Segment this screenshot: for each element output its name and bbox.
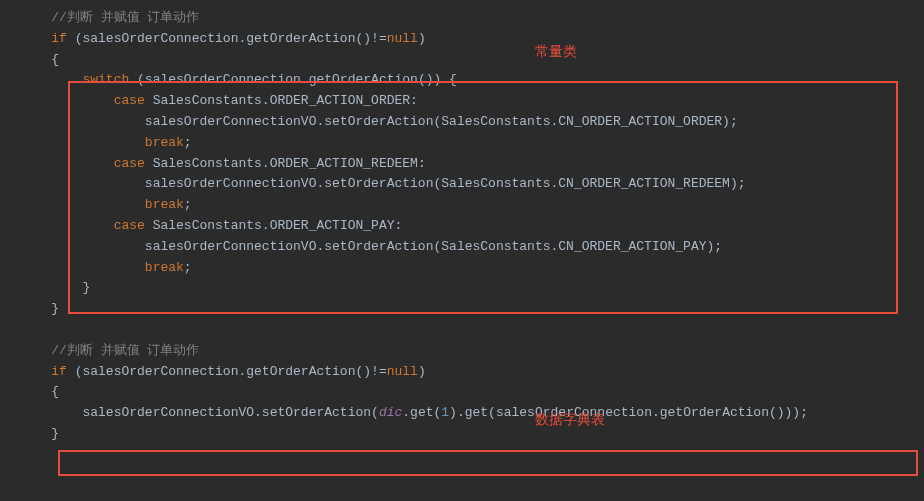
code-line: //判断 并赋值 订单动作 (0, 8, 924, 29)
annotation-constants-class: 常量类 (535, 40, 577, 62)
brace: { (51, 384, 59, 399)
code-text: salesOrderConnectionVO.setOrderAction(Sa… (145, 176, 746, 191)
code-text: ) (418, 31, 426, 46)
code-line: salesOrderConnectionVO.setOrderAction(Sa… (0, 174, 924, 195)
code-line: salesOrderConnectionVO.setOrderAction(Sa… (0, 237, 924, 258)
variable-dic: dic (379, 405, 402, 420)
keyword-null: null (387, 364, 418, 379)
code-line: salesOrderConnectionVO.setOrderAction(Sa… (0, 112, 924, 133)
number-literal: 1 (441, 405, 449, 420)
comment-text: //判断 并赋值 订单动作 (51, 10, 199, 25)
code-text: SalesConstants.ORDER_ACTION_PAY: (145, 218, 402, 233)
brace: { (51, 52, 59, 67)
code-line: if (salesOrderConnection.getOrderAction(… (0, 362, 924, 383)
code-editor-view: 常量类 数据字典表 //判断 并赋值 订单动作 if (salesOrderCo… (0, 8, 924, 501)
code-line: { (0, 382, 924, 403)
keyword-if: if (51, 364, 67, 379)
code-line: salesOrderConnectionVO.setOrderAction(di… (0, 403, 924, 424)
code-line: } (0, 278, 924, 299)
code-text: salesOrderConnectionVO.setOrderAction(Sa… (145, 114, 738, 129)
keyword-case: case (114, 93, 145, 108)
code-text: ; (184, 197, 192, 212)
brace: } (82, 280, 90, 295)
code-text: .get( (402, 405, 441, 420)
code-text: SalesConstants.ORDER_ACTION_ORDER: (145, 93, 418, 108)
code-text: ; (184, 135, 192, 150)
annotation-data-dictionary: 数据字典表 (535, 408, 605, 430)
code-line: break; (0, 133, 924, 154)
keyword-break: break (145, 135, 184, 150)
brace: } (51, 426, 59, 441)
code-line: if (salesOrderConnection.getOrderAction(… (0, 29, 924, 50)
code-text: (salesOrderConnection.getOrderAction()!= (67, 31, 387, 46)
code-text: (salesOrderConnection.getOrderAction()!= (67, 364, 387, 379)
code-line: case SalesConstants.ORDER_ACTION_PAY: (0, 216, 924, 237)
code-text: SalesConstants.ORDER_ACTION_REDEEM: (145, 156, 426, 171)
brace: } (51, 301, 59, 316)
comment-text: //判断 并赋值 订单动作 (51, 343, 199, 358)
code-line: switch (salesOrderConnection.getOrderAct… (0, 70, 924, 91)
code-line: //判断 并赋值 订单动作 (0, 341, 924, 362)
keyword-if: if (51, 31, 67, 46)
code-line: { (0, 50, 924, 71)
keyword-case: case (114, 156, 145, 171)
keyword-break: break (145, 197, 184, 212)
keyword-break: break (145, 260, 184, 275)
code-line: case SalesConstants.ORDER_ACTION_REDEEM: (0, 154, 924, 175)
code-text: salesOrderConnectionVO.setOrderAction(Sa… (145, 239, 722, 254)
code-line: } (0, 299, 924, 320)
keyword-null: null (387, 31, 418, 46)
code-line: break; (0, 258, 924, 279)
code-line: } (0, 424, 924, 445)
code-text: (salesOrderConnection.getOrderAction()) … (129, 72, 457, 87)
code-line: break; (0, 195, 924, 216)
highlight-box-dic-line (58, 450, 918, 476)
keyword-switch: switch (82, 72, 129, 87)
keyword-case: case (114, 218, 145, 233)
code-line-blank (0, 320, 924, 341)
code-line: case SalesConstants.ORDER_ACTION_ORDER: (0, 91, 924, 112)
code-block: //判断 并赋值 订单动作 if (salesOrderConnection.g… (0, 8, 924, 445)
code-text: salesOrderConnectionVO.setOrderAction( (82, 405, 378, 420)
code-text: ; (184, 260, 192, 275)
code-text: ).get(salesOrderConnection.getOrderActio… (449, 405, 808, 420)
code-text: ) (418, 364, 426, 379)
